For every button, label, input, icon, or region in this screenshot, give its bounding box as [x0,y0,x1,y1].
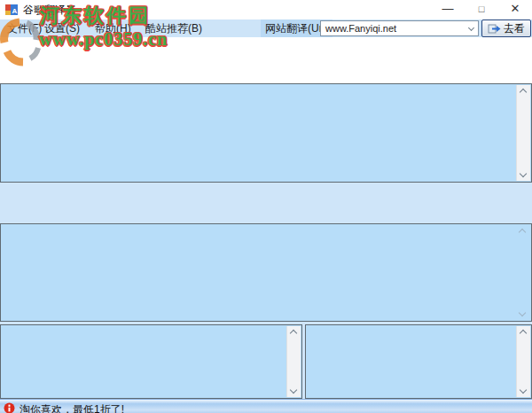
source-text [4,86,513,180]
pinyin-text-area[interactable] [0,324,302,399]
scroll-down-icon[interactable] [519,309,526,316]
translation-output-area[interactable] [0,223,532,322]
minimize-button[interactable]: — [431,0,465,19]
menu-settings[interactable]: 设置(S) [39,19,85,37]
controls-bar: 从 中文(简体) 到 英语 显示拼音 显示字典 [0,183,532,223]
url-combobox-value: www.Fanyiqi.net [325,23,396,34]
scroll-up-icon[interactable] [520,330,527,337]
translator-window: A 谷歌翻译器 — □ ✕ 文件(F) 设置(S) 帮助(H) 酷站推荐(B) … [0,0,532,413]
dictionary-text-area[interactable] [305,324,532,399]
window-title: 谷歌翻译器 [23,0,76,19]
scroll-down-icon[interactable] [520,170,527,177]
maximize-button[interactable]: □ [465,0,498,19]
url-combobox[interactable]: www.Fanyiqi.net [320,20,479,36]
menu-bar: 文件(F) 设置(S) 帮助(H) 酷站推荐(B) 网站翻译(Url) www.… [0,19,532,37]
scroll-down-icon[interactable] [290,386,297,394]
scroll-down-icon[interactable] [520,386,527,394]
app-logo-icon: A [4,3,19,17]
output-scrollbar[interactable] [516,225,530,320]
go-view-button[interactable]: 去看 [481,19,531,37]
scroll-up-icon[interactable] [290,330,297,337]
chevron-down-icon[interactable] [468,25,474,31]
go-view-label: 去看 [504,21,525,36]
title-bar: A 谷歌翻译器 — □ ✕ [0,0,532,19]
menu-cool-sites[interactable]: 酷站推荐(B) [140,19,207,37]
info-icon [4,402,15,413]
dictionary-text [309,327,513,396]
status-message: 淘你喜欢，最低1折了! [20,402,124,413]
status-bar: 淘你喜欢，最低1折了! [0,399,532,413]
svg-text:A: A [12,7,18,15]
menu-help[interactable]: 帮助(H) [90,19,137,37]
output-text [4,226,513,319]
go-arrow-icon [488,23,501,35]
dictionary-scrollbar[interactable] [516,326,530,397]
source-text-area[interactable] [0,83,532,183]
pinyin-text [4,327,284,396]
source-scrollbar[interactable] [516,85,530,181]
pinyin-scrollbar[interactable] [286,326,301,397]
scroll-up-icon[interactable] [519,229,526,236]
scroll-up-icon[interactable] [520,89,527,96]
window-controls: — □ ✕ [431,0,532,19]
close-button[interactable]: ✕ [498,0,532,19]
